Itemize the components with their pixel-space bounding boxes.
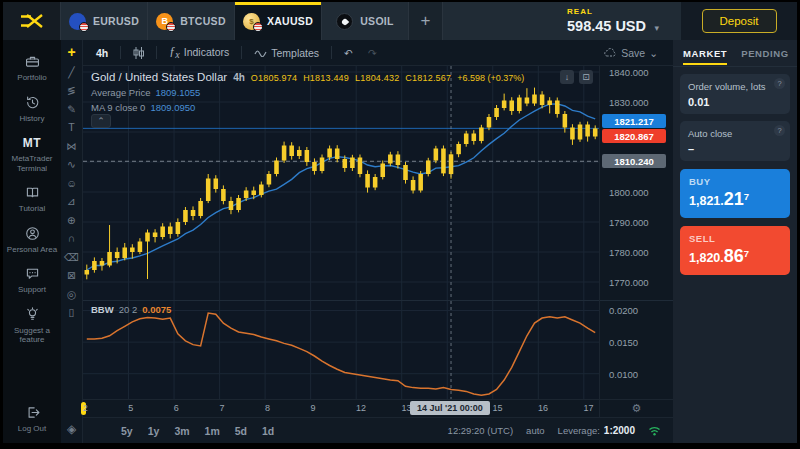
person-icon	[24, 225, 41, 242]
sidebar-item-portfolio[interactable]: Portfolio	[5, 53, 59, 83]
chart-region: +╱≶✎T⋈∿☺⊿⊕∩⌫⊠◎▯◈ 4h	[61, 40, 673, 443]
auto-timezone-button[interactable]: auto	[526, 425, 545, 436]
help-icon[interactable]: ?	[774, 125, 785, 136]
magnet-tool[interactable]: ∩	[68, 232, 76, 244]
logo-icon	[19, 12, 45, 30]
price-chart[interactable]: Gold / United States Dollar 4h O1805.974…	[83, 66, 599, 300]
exness-logo[interactable]	[3, 2, 61, 40]
divider	[156, 46, 157, 59]
brush-tool[interactable]: ✎	[67, 103, 76, 115]
time-tick: 12	[356, 403, 366, 413]
buy-price: 1,821.217	[689, 194, 749, 208]
visibility-tool[interactable]: ◎	[67, 288, 76, 300]
time-tick: 17	[584, 403, 594, 413]
redo-button[interactable]: ↷	[363, 45, 382, 61]
remove-drawings-tool[interactable]: ▯	[69, 306, 75, 318]
sidebar-item-support[interactable]: Support	[5, 265, 59, 295]
save-button[interactable]: Save ⌄	[599, 45, 663, 61]
tab-usoil[interactable]: USOIL	[322, 2, 409, 40]
sidebar-item-label: History	[20, 114, 45, 124]
order-volume-field[interactable]: ? Order volume, lots 0.01	[680, 74, 790, 114]
price-tick: 1800.000	[609, 187, 649, 198]
divider	[120, 46, 121, 59]
account-selector[interactable]: REAL 598.45 USD ▾	[567, 7, 659, 35]
crosshair-tool[interactable]: +	[67, 46, 75, 59]
tab-market[interactable]: MARKET	[683, 42, 727, 65]
layout-button[interactable]: ⊡	[579, 70, 593, 84]
range-3m-button[interactable]: 3m	[174, 425, 189, 437]
symbol-title: Gold / United States Dollar	[91, 71, 227, 83]
oil-pair-icon	[336, 13, 353, 30]
ohlc-open: O1805.974	[251, 73, 297, 83]
undo-button[interactable]: ↶	[339, 45, 358, 61]
scroll-to-latest-button[interactable]: ↓	[560, 70, 574, 84]
sidebar-item-metatrader-terminal[interactable]: MTMetaTrader Terminal	[5, 134, 59, 173]
sell-price-badge: 1820.867	[602, 129, 666, 143]
time-tick: 2	[83, 403, 88, 413]
sidebar-item-label: Suggest a feature	[5, 326, 59, 345]
timeframe-button[interactable]: 4h	[91, 45, 113, 61]
sidebar: PortfolioHistoryMTMetaTrader TerminalTut…	[3, 40, 61, 443]
sell-price: 1,820.867	[689, 251, 749, 265]
trendline-tool[interactable]: ╱	[68, 66, 74, 78]
deposit-button[interactable]: Deposit	[702, 9, 777, 33]
pattern-tool[interactable]: ⋈	[66, 140, 77, 152]
account-type-badge: REAL	[567, 7, 659, 16]
collapse-legend-button[interactable]: ⌃	[91, 114, 111, 128]
price-axis-column[interactable]: 1821.217 1820.867 1810.240 1840.0001830.…	[599, 66, 673, 399]
sell-button[interactable]: SELL 1,820.867	[680, 226, 790, 275]
indicators-button[interactable]: ƒx Indicators	[164, 42, 234, 62]
tab-label: XAUUSD	[267, 15, 313, 27]
object-tree-tool[interactable]: ◈	[67, 423, 76, 435]
ohlc-close: C1812.567	[405, 73, 451, 83]
sidebar-item-tutorial[interactable]: Tutorial	[5, 184, 59, 214]
buy-button[interactable]: BUY 1,821.217	[680, 169, 790, 218]
order-volume-value[interactable]: 0.01	[688, 96, 782, 108]
tab-xauusd[interactable]: $XAUUSD	[235, 2, 322, 40]
ma-row: MA 9 close 01809.0950	[91, 102, 524, 113]
sidebar-item-history[interactable]: History	[5, 94, 59, 124]
forecast-tool[interactable]: ∿	[67, 158, 76, 170]
auto-close-label: Auto close	[688, 128, 782, 139]
sidebar-item-label: Log Out	[18, 424, 46, 434]
auto-close-value[interactable]: –	[688, 143, 782, 155]
chart-style-button[interactable]	[128, 45, 149, 61]
magnifier-tool[interactable]: ⊕	[67, 214, 76, 226]
eraser-tool[interactable]: ⌫	[64, 251, 79, 263]
tab-btcusd[interactable]: BBTCUSD	[148, 2, 235, 40]
history-icon	[24, 94, 41, 111]
templates-button[interactable]: Templates	[249, 45, 324, 61]
tab-pending[interactable]: PENDING	[741, 42, 788, 65]
sidebar-item-log-out[interactable]: Log Out	[5, 404, 59, 434]
time-tick: 6	[174, 403, 179, 413]
range-5y-button[interactable]: 5y	[121, 425, 133, 437]
tab-label: USOIL	[360, 15, 394, 27]
bottom-bar: 5y1y3m1m5d1d 12:29:20 (UTC) auto Leverag…	[83, 417, 673, 443]
range-5d-button[interactable]: 5d	[235, 425, 247, 437]
tab-eurusd[interactable]: EURUSD	[61, 2, 148, 40]
bbw-indicator-panel[interactable]: BBW 20 2 0.0075	[83, 301, 599, 399]
range-1y-button[interactable]: 1y	[148, 425, 160, 437]
lock-tool[interactable]: ⊠	[67, 269, 76, 281]
text-tool[interactable]: T	[68, 121, 74, 133]
sidebar-item-suggest-a-feature[interactable]: Suggest a feature	[5, 306, 59, 345]
chart-legend: Gold / United States Dollar 4h O1805.974…	[91, 71, 524, 113]
time-axis[interactable]: 14 Jul '21 00:00 2567891213151617 ⚙	[83, 399, 673, 417]
add-symbol-tab-button[interactable]: +	[409, 2, 443, 40]
range-1d-button[interactable]: 1d	[262, 425, 274, 437]
fx-icon: ƒx	[169, 44, 179, 60]
measure-tool[interactable]: ⊿	[67, 195, 76, 207]
sidebar-item-personal-area[interactable]: Personal Area	[5, 225, 59, 255]
sidebar-item-label: Support	[18, 285, 46, 295]
time-axis-scale[interactable]: 14 Jul '21 00:00 2567891213151617	[83, 400, 599, 417]
divider	[241, 46, 242, 59]
help-icon[interactable]: ?	[774, 78, 785, 89]
range-buttons: 5y1y3m1m5d1d	[121, 425, 274, 437]
emoji-tool[interactable]: ☺	[66, 177, 77, 189]
chart-toolbar: 4h	[83, 40, 673, 66]
auto-close-field[interactable]: ? Auto close –	[680, 121, 790, 161]
range-1m-button[interactable]: 1m	[205, 425, 220, 437]
fibonacci-tool[interactable]: ≶	[67, 84, 76, 96]
price-tick: 1830.000	[609, 97, 649, 108]
time-axis-settings[interactable]: ⚙	[599, 400, 673, 417]
